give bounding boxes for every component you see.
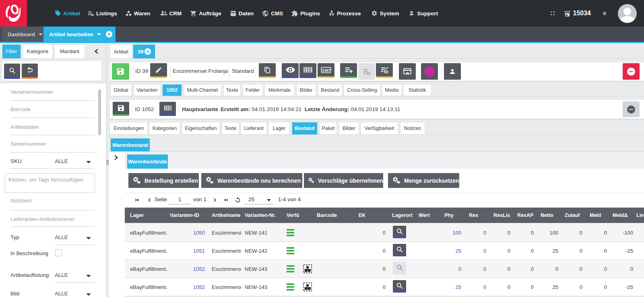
svg-text:SHOP: SHOP [564,10,570,12]
svg-text:1367: 1367 [322,68,330,72]
